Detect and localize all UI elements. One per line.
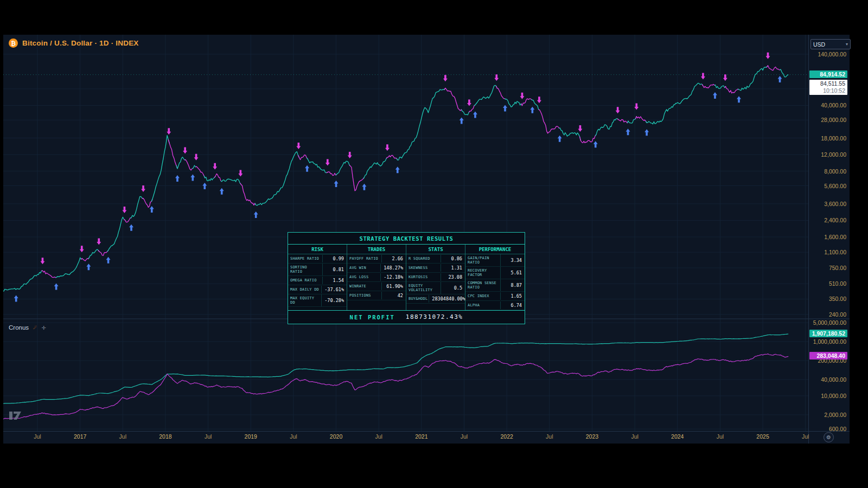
price-axis-label: 510.00 (829, 280, 846, 287)
backtest-group-header: RISK (288, 245, 347, 254)
price-axis-label: 8,000.00 (824, 168, 846, 175)
time-axis-month-label: Jul (533, 433, 566, 440)
backtest-group-header: PERFORMANCE (465, 245, 525, 254)
metric-value: -12.18% (381, 273, 406, 281)
backtest-metric-row: RECOVERY FACTOR5.61 (465, 267, 525, 279)
price-axis-label: 350.00 (829, 296, 846, 302)
backtest-group-header: TRADES (347, 245, 406, 254)
bitcoin-icon: ₿ (9, 38, 18, 48)
backtest-group: RISKSHARPE RATIO0.99SORTINO RATIO0.81OME… (288, 245, 347, 310)
metric-value: 61.90% (382, 282, 406, 291)
metric-label: MAX DAILY DD (288, 286, 322, 293)
sell-marker (520, 93, 524, 99)
metric-label: OMEGA RATIO (288, 277, 323, 284)
metric-value: -37.61% (322, 285, 347, 294)
backtest-group: STATSR SQUARED0.86SKEWNESS1.31KURTOSIS23… (406, 245, 465, 310)
metric-label: POSITIONS (347, 292, 382, 299)
price-countdown-box: 84,511.55 10:10:52 (809, 80, 847, 95)
sell-marker (494, 74, 499, 81)
metric-label: KURTOSIS (406, 273, 441, 281)
time-axis-year-label: 2021 (405, 433, 438, 440)
buy-marker (644, 129, 649, 136)
sell-marker (167, 128, 171, 134)
metric-value: -70.28% (322, 296, 347, 305)
metric-label: PAYOFF RATIO (347, 255, 382, 262)
time-axis-month-label: Jul (789, 433, 822, 440)
metric-value: 0.86 (441, 254, 465, 263)
sell-marker (578, 125, 582, 132)
metric-label: EQUITY VOLATILITY (406, 282, 441, 294)
buy-marker (334, 181, 339, 187)
prev-close-value: 84,511.55 (812, 80, 845, 87)
time-axis-month-label: Jul (106, 433, 139, 440)
metric-value: 6.74 (501, 301, 525, 310)
price-axis-label: 12,000.00 (821, 151, 846, 158)
backtest-metric-row: SKEWNESS1.31 (406, 264, 465, 273)
sell-marker (326, 159, 330, 166)
metric-label: RECOVERY FACTOR (465, 267, 501, 279)
metric-value: 8.87 (501, 281, 525, 290)
backtest-metric-row: AVG LOSS-12.18% (347, 273, 406, 282)
metric-value: 2.66 (382, 254, 406, 263)
metric-value: 0.81 (323, 265, 347, 274)
metric-value: 42 (382, 291, 406, 300)
backtest-metric-row: WINRATE61.90% (347, 282, 406, 291)
buy-marker (593, 141, 598, 147)
price-axis-label: 28,000.00 (821, 117, 846, 123)
net-profit-row: NET PROFIT 188731072.43% (288, 310, 525, 324)
buy-marker (254, 211, 258, 218)
sell-marker (348, 152, 352, 158)
tradingview-logo[interactable] (9, 410, 25, 422)
backtest-metric-row: CPC INDEX1.65 (465, 292, 525, 301)
buy-marker (395, 166, 400, 173)
price-axis[interactable]: 140,000.0060,000.0040,000.0028,000.0018,… (808, 35, 850, 444)
buy-marker (530, 107, 534, 113)
buy-marker (713, 92, 717, 99)
symbol-title: Bitcoin / U.S. Dollar · 1D · INDEX (22, 39, 139, 47)
backtest-metric-row: BUY&HODL28304840.00% (406, 294, 465, 304)
buy-marker (778, 76, 782, 82)
sell-marker (40, 258, 44, 264)
metric-label: SORTINO RATIO (288, 264, 323, 275)
sell-marker (616, 107, 620, 113)
backtest-metric-row: MAX EQUITY DD-70.28% (288, 294, 347, 307)
backtest-metric-row: AVG WIN148.27% (347, 264, 406, 273)
sell-marker (443, 75, 448, 81)
backtest-metric-row: COMMON SENSE RATIO8.87 (465, 279, 525, 292)
metric-value: 0.99 (323, 254, 347, 263)
time-axis-year-label: 2022 (490, 433, 523, 440)
buy-marker (305, 165, 309, 172)
buy-marker (14, 295, 18, 301)
strategy-equity-badge: 1,907,180.52 (809, 330, 847, 337)
time-axis-year-label: 2020 (320, 433, 353, 440)
time-axis-year-label: 2024 (661, 433, 694, 440)
buy-marker (129, 224, 133, 231)
price-axis-label: 3,600.00 (824, 201, 846, 207)
backtest-group-header: STATS (406, 245, 465, 254)
metric-label: R SQUARED (406, 255, 441, 262)
metric-value: 1.54 (323, 276, 347, 285)
crosshair-icon[interactable]: ✛ (41, 325, 46, 331)
price-axis-label: 750.00 (829, 265, 846, 271)
backtest-metric-row: ALPHA6.74 (465, 301, 525, 310)
gear-icon: ⚙ (826, 434, 831, 440)
metric-label: MAX EQUITY DD (288, 294, 322, 306)
backtest-metric-row: SORTINO RATIO0.81 (288, 264, 347, 276)
time-axis-year-label: 2017 (64, 433, 97, 440)
sell-marker (183, 147, 187, 153)
pane-settings-button[interactable]: ⚙ (824, 432, 834, 442)
backtest-title: STRATEGY BACKTEST RESULTS (288, 233, 525, 245)
buy-marker (54, 283, 59, 290)
time-axis-month-label: Jul (192, 433, 225, 440)
indicator-legend-cronus[interactable]: Cronus ☄ ✛ (9, 324, 46, 331)
symbol-header[interactable]: ₿ Bitcoin / U.S. Dollar · 1D · INDEX (9, 38, 139, 48)
backtest-metric-row: MAX DAILY DD-37.61% (288, 285, 347, 294)
buy-marker (362, 184, 366, 190)
metric-value: 1.65 (501, 292, 525, 300)
bar-countdown: 10:10:52 (812, 87, 845, 94)
sell-marker (723, 74, 727, 81)
price-axis-label: 18,000.00 (821, 135, 846, 142)
time-axis[interactable]: Jul2017Jul2018Jul2019Jul2020Jul2021Jul20… (0, 432, 868, 444)
time-axis-month-label: Jul (704, 433, 736, 440)
metric-value: 5.61 (501, 268, 525, 277)
